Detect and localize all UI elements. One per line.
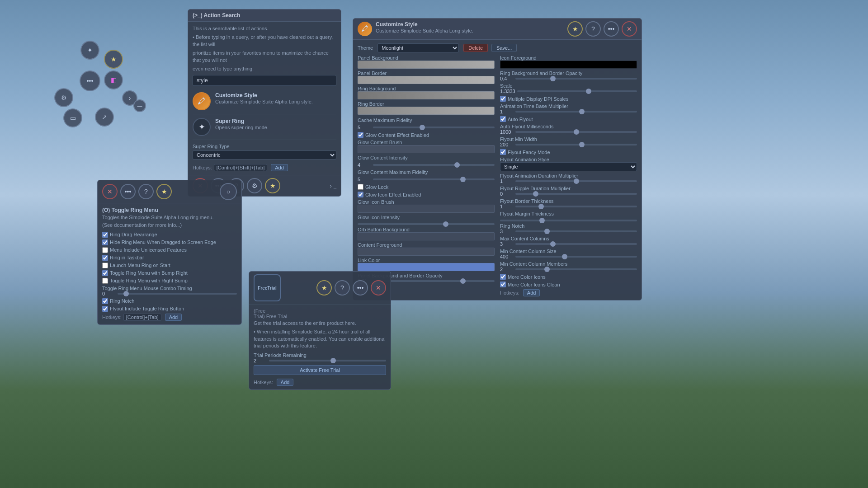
theme-select[interactable]: MoonlightDarkLight xyxy=(377,43,459,52)
ring-pink-button[interactable]: ◧ xyxy=(104,70,123,89)
more-color-icons-checkbox[interactable] xyxy=(500,274,506,280)
launch-start-checkbox[interactable] xyxy=(102,263,108,268)
auto-flyout-checkbox[interactable] xyxy=(500,116,506,122)
ring-settings-button[interactable]: ⚙ xyxy=(54,88,73,107)
glow-icon-intensity-slider[interactable] xyxy=(358,223,495,225)
activate-trial-button[interactable]: Activate Free Trial xyxy=(254,365,386,375)
ring-window-button[interactable]: ▭ xyxy=(63,108,82,127)
ft-more-button[interactable]: ••• xyxy=(353,280,368,296)
add-hotkey-button[interactable]: Add xyxy=(271,164,288,171)
ft-star-button[interactable]: ★ xyxy=(316,280,332,296)
unlicensed-checkbox[interactable] xyxy=(102,247,108,253)
star-button[interactable]: ★ xyxy=(265,178,280,193)
tr-circle-button[interactable]: ○ xyxy=(220,183,237,200)
flyout-border-slider[interactable] xyxy=(515,206,637,207)
flyout-margin-slider[interactable] xyxy=(500,220,637,221)
cs-add-hotkey[interactable]: Add xyxy=(523,289,540,296)
super-ring-icon: ✦ xyxy=(193,118,211,136)
flyout-min-width-slider[interactable] xyxy=(515,144,637,145)
ring-border-color[interactable] xyxy=(358,107,495,115)
customize-style-title: Customize Style xyxy=(376,21,473,28)
bump-right-label: Toggle Ring Menu with Bump Right xyxy=(110,270,188,276)
tr-add-hotkey[interactable]: Add xyxy=(165,314,182,321)
glow-icon-effect-checkbox[interactable] xyxy=(358,192,363,197)
glow-icon-color[interactable] xyxy=(358,205,495,213)
cb-right-bump: Toggle Ring Menu with Right Bump xyxy=(102,278,237,284)
bump-right-checkbox[interactable] xyxy=(102,270,108,276)
cs-help-button[interactable]: ? xyxy=(585,21,601,37)
max-content-cols-label: Max Content Columns xyxy=(500,236,637,241)
multiple-dpi-checkbox[interactable] xyxy=(500,96,506,102)
flyout-anim-style-select[interactable]: SingleDoubleNone xyxy=(500,162,637,171)
anim-time-slider[interactable] xyxy=(515,111,637,113)
glow-brush-color[interactable] xyxy=(358,145,495,153)
min-col-size-slider[interactable] xyxy=(515,256,637,258)
cache-slider[interactable] xyxy=(373,127,495,128)
ring-opacity-slider[interactable] xyxy=(515,78,637,80)
tr-star-button[interactable]: ★ xyxy=(156,184,172,199)
dash-icon: — xyxy=(137,103,142,108)
flyout-ripple-slider[interactable] xyxy=(515,193,637,195)
orb-bg-color[interactable] xyxy=(358,232,495,240)
tr-more-button[interactable]: ••• xyxy=(120,184,136,199)
cs-star-button[interactable]: ★ xyxy=(567,21,583,37)
cb-ring-notch: Ring Notch xyxy=(102,298,237,304)
ring-notch-cb[interactable] xyxy=(102,298,108,304)
customize-style-body: Theme MoonlightDarkLight Delete Save... … xyxy=(353,40,642,300)
glow-content-effect-checkbox[interactable] xyxy=(358,132,363,138)
panel-opacity-slider[interactable] xyxy=(373,280,495,282)
max-content-cols-slider[interactable] xyxy=(515,243,637,245)
taskbar-checkbox[interactable] xyxy=(102,255,108,261)
scale-slider[interactable] xyxy=(517,90,637,92)
glow-max-fidelity-slider[interactable] xyxy=(373,178,495,180)
settings-button[interactable]: ⚙ xyxy=(247,178,262,193)
action-item-customize[interactable]: 🖍 Customize Style Customize Simplode Sui… xyxy=(193,89,336,114)
glow-lock-checkbox[interactable] xyxy=(358,184,363,190)
ft-help-button[interactable]: ? xyxy=(335,280,350,296)
action-item-super-ring-text: Super Ring Opens super ring mode. xyxy=(215,118,269,133)
save-theme-button[interactable]: Save... xyxy=(491,44,517,52)
ring-more-button[interactable]: ••• xyxy=(80,70,100,91)
ring-move-button[interactable]: ✦ xyxy=(80,41,99,60)
ring-drag-checkbox[interactable] xyxy=(102,232,108,238)
auto-flyout-ms-slider[interactable] xyxy=(515,131,637,133)
flyout-border-value: 1 xyxy=(500,204,514,209)
tr-circle-button-wrap: ○ xyxy=(220,183,237,200)
ring-cursor-button[interactable]: ↗ xyxy=(95,108,114,127)
flyout-anim-duration-slider[interactable] xyxy=(515,180,637,182)
more-color-clean-checkbox[interactable] xyxy=(500,282,506,287)
toggle-timing-slider[interactable] xyxy=(118,293,237,295)
cs-more-button[interactable]: ••• xyxy=(604,21,619,37)
right-bump-checkbox[interactable] xyxy=(102,278,108,284)
panel-border-color[interactable] xyxy=(358,76,495,84)
min-col-members-slider[interactable] xyxy=(515,268,637,270)
ring-notch-label: Ring Notch xyxy=(500,223,637,229)
tr-help-button[interactable]: ? xyxy=(138,184,154,199)
link-color-swatch[interactable] xyxy=(358,263,495,271)
content-fg-color[interactable] xyxy=(358,248,495,256)
ring-dash-button[interactable]: — xyxy=(133,99,146,112)
flyout-toggle-checkbox[interactable] xyxy=(102,306,108,312)
glow-max-fidelity-value: 5 xyxy=(358,177,371,182)
search-input[interactable] xyxy=(193,75,336,86)
ft-add-hotkey[interactable]: Add xyxy=(277,379,294,386)
ring-notch-slider[interactable] xyxy=(515,230,637,232)
ft-close-button[interactable]: ✕ xyxy=(371,280,386,296)
glow-intensity-slider[interactable] xyxy=(373,164,495,166)
flyout-fancy-checkbox[interactable] xyxy=(500,149,506,155)
ring-star-button[interactable]: ★ xyxy=(104,50,123,69)
delete-theme-button[interactable]: Delete xyxy=(463,44,488,52)
toggle-timing-row: 0 xyxy=(102,291,237,296)
cs-close-button[interactable]: ✕ xyxy=(622,21,637,37)
multiple-dpi-label: Multiple Display DPI Scales xyxy=(508,96,569,102)
orb-btn-bg-label: Orb Button Background xyxy=(358,227,495,232)
panel-bg-color[interactable] xyxy=(358,61,495,69)
super-ring-type-select[interactable]: Concentric Linear Grid xyxy=(193,150,336,160)
ring-bg-color[interactable] xyxy=(358,91,495,99)
trial-periods-slider[interactable] xyxy=(269,360,386,361)
icon-fg-color[interactable] xyxy=(500,61,637,69)
min-col-members-value: 2 xyxy=(500,267,514,272)
tr-close-button[interactable]: ✕ xyxy=(102,184,118,199)
hide-drag-checkbox[interactable] xyxy=(102,239,108,245)
action-item-super-ring[interactable]: ✦ Super Ring Opens super ring mode. xyxy=(193,114,336,140)
